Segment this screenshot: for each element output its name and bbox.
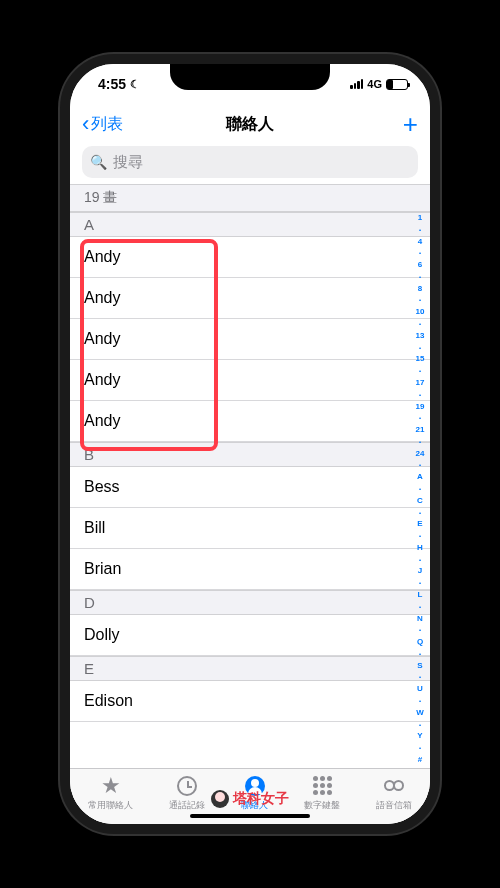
index-item[interactable]: • bbox=[419, 627, 421, 633]
network-label: 4G bbox=[367, 78, 382, 90]
battery-icon bbox=[386, 79, 408, 90]
index-item[interactable]: • bbox=[419, 274, 421, 280]
add-button[interactable]: + bbox=[403, 109, 418, 140]
contacts-list[interactable]: 19 畫AAndyAndyAndyAndyAndyBBessBillBrianD… bbox=[70, 184, 430, 768]
index-item[interactable]: 8 bbox=[418, 285, 422, 293]
index-item[interactable]: • bbox=[419, 297, 421, 303]
index-item[interactable]: H bbox=[417, 544, 423, 552]
section-header: B bbox=[70, 442, 430, 467]
tab-label: 常用聯絡人 bbox=[88, 799, 133, 812]
index-item[interactable]: • bbox=[419, 486, 421, 492]
index-item[interactable]: • bbox=[419, 674, 421, 680]
contact-row[interactable]: Andy bbox=[70, 360, 430, 401]
index-item[interactable]: • bbox=[419, 439, 421, 445]
tab-label: 語音信箱 bbox=[376, 799, 412, 812]
contact-row[interactable]: Edison bbox=[70, 681, 430, 722]
index-item[interactable]: • bbox=[419, 392, 421, 398]
search-placeholder: 搜尋 bbox=[113, 153, 143, 172]
index-item[interactable]: Y bbox=[417, 732, 422, 740]
keypad-icon bbox=[310, 774, 334, 798]
nav-bar: ‹ 列表 聯絡人 + bbox=[70, 104, 430, 144]
section-header: D bbox=[70, 590, 430, 615]
contact-row[interactable]: Andy bbox=[70, 319, 430, 360]
tab-clock[interactable]: 通話記錄 bbox=[169, 774, 205, 812]
index-item[interactable]: • bbox=[419, 250, 421, 256]
index-bar[interactable]: 1•4•6•8•10•13•15•17•19•21•24•A•C•E•H•J•L… bbox=[413, 214, 427, 764]
voicemail-icon bbox=[382, 774, 406, 798]
signal-icon bbox=[350, 79, 363, 89]
index-item[interactable]: C bbox=[417, 497, 423, 505]
index-item[interactable]: • bbox=[419, 651, 421, 657]
index-item[interactable]: J bbox=[418, 567, 422, 575]
page-title: 聯絡人 bbox=[226, 114, 274, 135]
index-item[interactable]: W bbox=[416, 709, 424, 717]
clock-icon bbox=[175, 774, 199, 798]
section-header: 19 畫 bbox=[70, 184, 430, 212]
index-item[interactable]: • bbox=[419, 510, 421, 516]
index-item[interactable]: • bbox=[419, 321, 421, 327]
index-item[interactable]: # bbox=[418, 756, 422, 764]
index-item[interactable]: E bbox=[417, 520, 422, 528]
index-item[interactable]: 15 bbox=[416, 355, 425, 363]
index-item[interactable]: • bbox=[419, 698, 421, 704]
index-item[interactable]: Q bbox=[417, 638, 423, 646]
index-item[interactable]: • bbox=[419, 604, 421, 610]
contact-row[interactable]: Bill bbox=[70, 508, 430, 549]
tab-voicemail[interactable]: 語音信箱 bbox=[376, 774, 412, 812]
contact-row[interactable]: Dolly bbox=[70, 615, 430, 656]
home-indicator[interactable] bbox=[190, 814, 310, 818]
index-item[interactable]: 17 bbox=[416, 379, 425, 387]
index-item[interactable]: • bbox=[419, 533, 421, 539]
index-item[interactable]: • bbox=[419, 462, 421, 468]
contact-row[interactable]: Brian bbox=[70, 549, 430, 590]
index-item[interactable]: L bbox=[418, 591, 423, 599]
index-item[interactable]: • bbox=[419, 227, 421, 233]
star-icon: ★ bbox=[99, 774, 123, 798]
index-item[interactable]: 6 bbox=[418, 261, 422, 269]
section-header: A bbox=[70, 212, 430, 237]
index-item[interactable]: 21 bbox=[416, 426, 425, 434]
chevron-left-icon: ‹ bbox=[82, 113, 89, 135]
index-item[interactable]: • bbox=[419, 745, 421, 751]
back-button[interactable]: ‹ 列表 bbox=[82, 113, 123, 135]
watermark-text: 塔科女子 bbox=[233, 790, 289, 808]
phone-frame: 4:55 ☾ 4G ‹ 列表 聯絡人 + 🔍 搜尋 19 畫AAndyAndyA… bbox=[60, 54, 440, 834]
status-time: 4:55 bbox=[98, 76, 126, 92]
contact-row[interactable]: Andy bbox=[70, 401, 430, 442]
index-item[interactable]: 4 bbox=[418, 238, 422, 246]
index-item[interactable]: N bbox=[417, 615, 423, 623]
screen: 4:55 ☾ 4G ‹ 列表 聯絡人 + 🔍 搜尋 19 畫AAndyAndyA… bbox=[70, 64, 430, 824]
dnd-icon: ☾ bbox=[130, 78, 140, 91]
index-item[interactable]: • bbox=[419, 580, 421, 586]
tab-keypad[interactable]: 數字鍵盤 bbox=[304, 774, 340, 812]
index-item[interactable]: • bbox=[419, 415, 421, 421]
index-item[interactable]: S bbox=[417, 662, 422, 670]
contact-row[interactable]: Andy bbox=[70, 278, 430, 319]
index-item[interactable]: • bbox=[419, 368, 421, 374]
index-item[interactable]: 1 bbox=[418, 214, 422, 222]
index-item[interactable]: A bbox=[417, 473, 423, 481]
contact-row[interactable]: Bess bbox=[70, 467, 430, 508]
watermark-icon bbox=[211, 790, 229, 808]
index-item[interactable]: 19 bbox=[416, 403, 425, 411]
index-item[interactable]: • bbox=[419, 345, 421, 351]
tab-label: 數字鍵盤 bbox=[304, 799, 340, 812]
search-input[interactable]: 🔍 搜尋 bbox=[82, 146, 418, 178]
section-header: E bbox=[70, 656, 430, 681]
search-icon: 🔍 bbox=[90, 154, 107, 170]
contact-row[interactable]: Andy bbox=[70, 237, 430, 278]
index-item[interactable]: 10 bbox=[416, 308, 425, 316]
notch bbox=[170, 64, 330, 90]
index-item[interactable]: U bbox=[417, 685, 423, 693]
watermark: 塔科女子 bbox=[211, 790, 289, 808]
index-item[interactable]: 24 bbox=[416, 450, 425, 458]
index-item[interactable]: • bbox=[419, 722, 421, 728]
tab-star[interactable]: ★常用聯絡人 bbox=[88, 774, 133, 812]
back-label: 列表 bbox=[91, 114, 123, 135]
index-item[interactable]: • bbox=[419, 557, 421, 563]
tab-label: 通話記錄 bbox=[169, 799, 205, 812]
index-item[interactable]: 13 bbox=[416, 332, 425, 340]
